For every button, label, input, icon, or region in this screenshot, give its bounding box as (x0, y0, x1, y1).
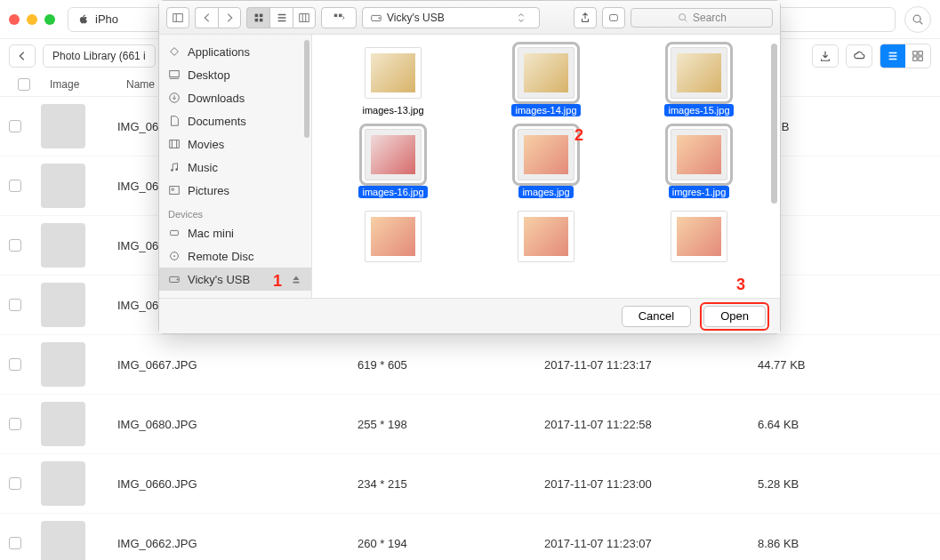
arrange-button[interactable] (321, 7, 357, 28)
doc-icon (168, 115, 181, 127)
sidebar-item-pictures[interactable]: Pictures (159, 179, 311, 202)
grid-scrollbar[interactable] (771, 44, 777, 204)
sidebar-item-mac-mini[interactable]: Mac mini (159, 221, 311, 244)
svg-rect-8 (254, 13, 258, 17)
row-checkbox[interactable] (9, 180, 21, 192)
device-label: iPho (95, 12, 118, 26)
sidebar-item-desktop[interactable]: Desktop (159, 63, 311, 86)
breadcrumb[interactable]: Photo Library (661 i (43, 44, 156, 68)
row-checkbox[interactable] (9, 299, 21, 311)
icon-view-button[interactable] (246, 7, 269, 28)
row-size: 05 KB (758, 120, 931, 133)
svg-point-0 (913, 15, 920, 22)
minimize-icon[interactable] (27, 14, 37, 25)
finder-footer: Cancel Open (159, 298, 780, 333)
file-tile[interactable]: images-13.jpg (321, 47, 465, 116)
row-thumbnail (41, 164, 85, 208)
list-view-button[interactable] (880, 44, 905, 68)
table-row[interactable]: IMG_0680.JPG 255 * 198 2017-11-07 11:22:… (0, 395, 940, 454)
tags-button[interactable] (602, 7, 625, 28)
sidebar-icon (172, 12, 184, 24)
nav-back-button[interactable] (195, 7, 218, 28)
sidebar-item-applications[interactable]: Applications (159, 40, 311, 63)
location-dropdown[interactable]: Vicky's USB (362, 7, 540, 28)
file-tile[interactable]: images-14.jpg (474, 47, 618, 116)
row-checkbox[interactable] (9, 537, 21, 549)
row-size: 44.77 KB (758, 358, 931, 372)
file-tile[interactable]: imgres-1.jpg (627, 129, 771, 198)
global-search-button[interactable] (904, 6, 931, 33)
eject-icon[interactable] (290, 273, 302, 285)
drive-icon (370, 12, 382, 24)
table-row[interactable]: IMG_0660.JPG 234 * 215 2017-11-07 11:23:… (0, 454, 940, 514)
row-checkbox[interactable] (9, 239, 21, 252)
view-group (246, 7, 316, 28)
open-button-highlight: Open (700, 302, 769, 331)
sidebar-item-remote-disc[interactable]: Remote Disc (159, 244, 311, 268)
arrange-icon (333, 12, 345, 24)
select-all-checkbox[interactable] (18, 78, 30, 91)
disc-icon (168, 250, 181, 262)
list-view-button[interactable] (269, 7, 293, 28)
svg-rect-4 (913, 57, 917, 60)
cancel-button[interactable]: Cancel (622, 306, 691, 327)
column-view-button[interactable] (293, 7, 316, 28)
row-thumbnail (41, 402, 85, 446)
pic-icon (168, 184, 181, 196)
col-image[interactable]: Image (50, 78, 126, 91)
music-icon (168, 161, 181, 173)
import-icon (819, 50, 832, 62)
back-button[interactable] (9, 44, 36, 68)
sidebar-item-vicky-s-usb[interactable]: Vicky's USB (159, 268, 311, 291)
row-dim: 260 * 194 (358, 537, 544, 550)
maximize-icon[interactable] (44, 14, 55, 25)
file-tile[interactable]: images.jpg (474, 129, 618, 198)
list-icon (887, 50, 899, 62)
apple-icon (77, 13, 90, 26)
annotation-1: 1 (273, 272, 282, 291)
sidebar-item-downloads[interactable]: Downloads (159, 86, 311, 109)
file-name: imgres-1.jpg (669, 186, 730, 198)
nav-group (195, 7, 241, 28)
svg-point-20 (679, 13, 686, 20)
sidebar-item-documents[interactable]: Documents (159, 109, 311, 132)
sidebar-item-music[interactable]: Music (159, 156, 311, 179)
finder-search-input[interactable]: Search (631, 8, 773, 28)
svg-point-18 (379, 17, 381, 19)
grid-icon (912, 50, 924, 62)
row-date: 2017-11-07 11:23:00 (544, 477, 758, 491)
row-checkbox[interactable] (9, 418, 21, 430)
sidebar-toggle-button[interactable] (166, 7, 189, 28)
close-icon[interactable] (9, 14, 20, 25)
import-button[interactable] (812, 44, 839, 68)
svg-rect-15 (334, 13, 338, 17)
cloud-button[interactable] (846, 44, 872, 68)
sidebar-item-movies[interactable]: Movies (159, 132, 311, 156)
nav-forward-button[interactable] (218, 7, 241, 28)
tag-icon (607, 12, 620, 24)
file-tile[interactable] (321, 211, 465, 269)
row-checkbox[interactable] (9, 358, 21, 371)
row-name: IMG_0667.JPG (117, 358, 358, 372)
table-row[interactable]: IMG_0662.JPG 260 * 194 2017-11-07 11:23:… (0, 514, 940, 560)
chevron-left-icon (201, 12, 213, 24)
row-dim: 255 * 198 (358, 418, 544, 431)
search-icon (912, 13, 924, 26)
open-button[interactable]: Open (703, 306, 766, 327)
file-tile[interactable]: images-16.jpg (321, 129, 465, 198)
file-thumbnail (365, 211, 422, 262)
table-row[interactable]: IMG_0667.JPG 619 * 605 2017-11-07 11:23:… (0, 335, 940, 395)
row-checkbox[interactable] (9, 477, 21, 490)
file-tile[interactable]: images-15.jpg (627, 47, 771, 116)
finder-toolbar: Vicky's USB Search (159, 1, 780, 35)
sidebar-scrollbar[interactable] (304, 40, 309, 138)
share-button[interactable] (574, 7, 597, 28)
file-name (695, 268, 703, 269)
file-tile[interactable] (627, 211, 771, 269)
file-tile[interactable] (474, 211, 618, 269)
columns-icon (298, 12, 310, 24)
grid-view-button[interactable] (905, 44, 930, 68)
row-checkbox[interactable] (9, 120, 21, 132)
col-size (767, 78, 931, 91)
svg-rect-5 (919, 57, 922, 60)
